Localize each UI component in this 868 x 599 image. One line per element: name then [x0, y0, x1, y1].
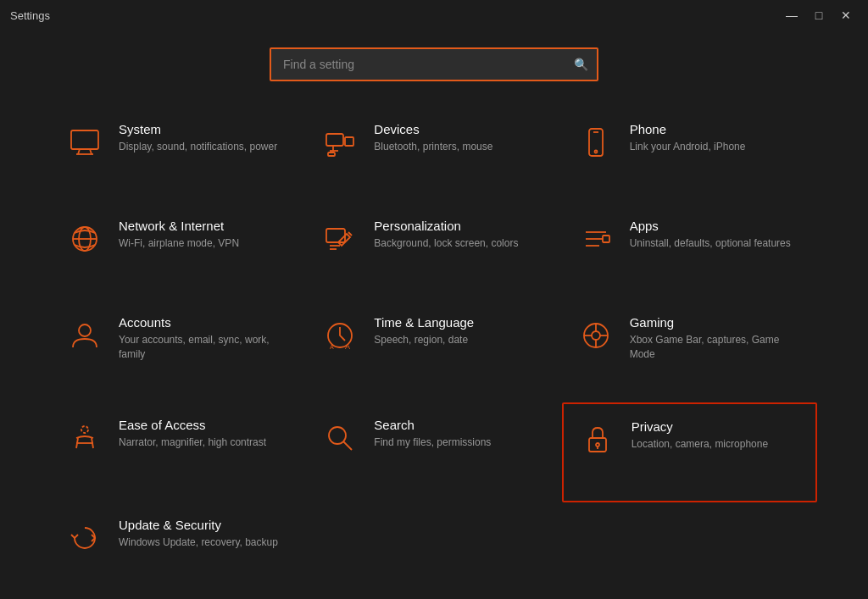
ease-desc: Narrator, magnifier, high contrast	[119, 435, 292, 450]
setting-phone[interactable]: Phone Link your Android, iPhone	[562, 107, 817, 203]
window-title: Settings	[10, 9, 50, 22]
gaming-text: Gaming Xbox Game Bar, captures, Game Mod…	[630, 315, 804, 362]
svg-line-36	[343, 441, 352, 450]
time-icon: AA	[320, 315, 360, 356]
svg-point-28	[592, 331, 600, 340]
setting-privacy[interactable]: Privacy Location, camera, microphone	[562, 402, 817, 502]
settings-window: Settings — □ ✕ 🔍 System Display, sound, …	[0, 0, 868, 599]
setting-accounts[interactable]: Accounts Your accounts, email, sync, wor…	[51, 300, 306, 402]
phone-text: Phone Link your Android, iPhone	[630, 122, 804, 154]
ease-title: Ease of Access	[119, 418, 292, 432]
setting-search[interactable]: Search Find my files, permissions	[306, 402, 561, 502]
apps-title: Apps	[630, 219, 804, 233]
setting-apps[interactable]: Apps Uninstall, defaults, optional featu…	[562, 203, 817, 300]
svg-rect-4	[326, 134, 343, 146]
network-title: Network & Internet	[119, 219, 292, 233]
privacy-icon	[577, 419, 618, 460]
accounts-title: Accounts	[119, 315, 292, 330]
search-settings-text: Search Find my files, permissions	[374, 418, 548, 450]
window-controls: — □ ✕	[780, 7, 858, 24]
update-icon	[64, 518, 105, 558]
personalization-text: Personalization Background, lock screen,…	[374, 219, 548, 251]
apps-desc: Uninstall, defaults, optional features	[630, 236, 804, 251]
search-settings-icon	[320, 418, 360, 458]
privacy-desc: Location, camera, microphone	[632, 437, 802, 452]
devices-icon	[320, 122, 360, 163]
search-box: 🔍	[270, 47, 598, 81]
network-text: Network & Internet Wi-Fi, airplane mode,…	[119, 219, 292, 251]
time-title: Time & Language	[374, 315, 548, 330]
search-area: 🔍	[0, 31, 868, 107]
svg-point-23	[79, 324, 91, 336]
accounts-icon	[64, 315, 105, 356]
close-button[interactable]: ✕	[834, 7, 858, 24]
personalization-title: Personalization	[374, 219, 548, 233]
svg-rect-0	[71, 130, 98, 149]
devices-desc: Bluetooth, printers, mouse	[374, 140, 548, 154]
personalization-desc: Background, lock screen, colors	[374, 236, 548, 251]
title-bar: Settings — □ ✕	[0, 0, 868, 31]
minimize-button[interactable]: —	[780, 7, 804, 24]
system-icon	[64, 122, 105, 163]
system-desc: Display, sound, notifications, power	[119, 140, 292, 154]
system-title: System	[119, 122, 292, 136]
apps-icon	[576, 219, 616, 259]
setting-time[interactable]: AA Time & Language Speech, region, date	[306, 300, 561, 402]
maximize-button[interactable]: □	[807, 7, 831, 24]
setting-system[interactable]: System Display, sound, notifications, po…	[51, 107, 306, 203]
update-title: Update & Security	[119, 518, 292, 532]
settings-grid: System Display, sound, notifications, po…	[0, 107, 868, 599]
setting-personalization[interactable]: Personalization Background, lock screen,…	[306, 203, 561, 300]
devices-title: Devices	[374, 122, 548, 136]
personalization-icon	[320, 219, 360, 259]
accounts-desc: Your accounts, email, sync, work, family	[119, 333, 292, 362]
privacy-text: Privacy Location, camera, microphone	[632, 419, 802, 452]
network-desc: Wi-Fi, airplane mode, VPN	[119, 236, 292, 251]
search-input[interactable]	[270, 47, 598, 81]
ease-icon	[64, 418, 105, 458]
phone-icon	[576, 122, 616, 163]
svg-rect-22	[603, 236, 609, 242]
svg-rect-5	[345, 137, 353, 146]
svg-text:A: A	[330, 344, 334, 350]
setting-update[interactable]: Update & Security Windows Update, recove…	[51, 502, 306, 599]
svg-rect-15	[326, 229, 345, 242]
time-desc: Speech, region, date	[374, 333, 548, 347]
setting-ease[interactable]: Ease of Access Narrator, magnifier, high…	[51, 402, 306, 502]
update-text: Update & Security Windows Update, recove…	[119, 518, 292, 550]
ease-text: Ease of Access Narrator, magnifier, high…	[119, 418, 292, 450]
gaming-desc: Xbox Game Bar, captures, Game Mode	[630, 333, 804, 362]
gaming-title: Gaming	[630, 315, 804, 330]
setting-network[interactable]: Network & Internet Wi-Fi, airplane mode,…	[51, 203, 306, 300]
setting-devices[interactable]: Devices Bluetooth, printers, mouse	[306, 107, 561, 203]
svg-point-33	[81, 426, 88, 433]
system-text: System Display, sound, notifications, po…	[119, 122, 292, 154]
svg-text:A: A	[345, 342, 350, 351]
svg-rect-37	[589, 438, 606, 452]
svg-rect-8	[328, 153, 335, 156]
search-icon: 🔍	[574, 58, 588, 71]
privacy-title: Privacy	[632, 419, 802, 434]
svg-point-38	[596, 443, 599, 446]
phone-title: Phone	[630, 122, 804, 136]
gaming-icon	[576, 315, 616, 356]
phone-desc: Link your Android, iPhone	[630, 140, 804, 154]
time-text: Time & Language Speech, region, date	[374, 315, 548, 347]
apps-text: Apps Uninstall, defaults, optional featu…	[630, 219, 804, 251]
setting-gaming[interactable]: Gaming Xbox Game Bar, captures, Game Mod…	[562, 300, 817, 402]
update-desc: Windows Update, recovery, backup	[119, 535, 292, 550]
search-settings-title: Search	[374, 418, 548, 432]
svg-point-11	[594, 151, 597, 153]
search-settings-desc: Find my files, permissions	[374, 435, 548, 450]
accounts-text: Accounts Your accounts, email, sync, wor…	[119, 315, 292, 362]
network-icon	[64, 219, 105, 259]
devices-text: Devices Bluetooth, printers, mouse	[374, 122, 548, 154]
